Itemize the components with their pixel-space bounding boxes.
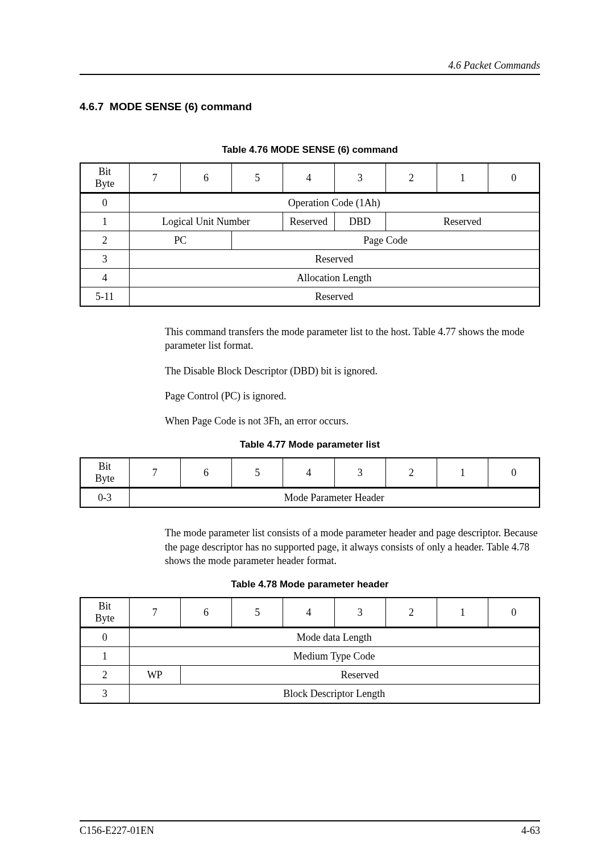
section-heading: 4.6.7 MODE SENSE (6) command [80,101,540,113]
running-header: 4.6 Packet Commands [80,60,540,72]
block-descriptor-length-cell: Block Descriptor Length [129,685,540,704]
reserved-cell: Reserved [180,666,540,685]
byte-cell: 3 [80,685,129,704]
table-row: 2 WP Reserved [80,666,540,685]
table-row: 0-3 Mode Parameter Header [80,488,540,508]
page-number: 4-63 [521,825,540,837]
table-77-caption: Table 4.77 Mode parameter list [80,439,540,450]
lun-cell: Logical Unit Number [129,212,283,231]
table-header-bitbyte: Bit Byte [80,598,129,628]
table-header-bitbyte: Bit Byte [80,163,129,193]
bit-col-4: 4 [283,163,334,193]
bit-col-6: 6 [180,163,231,193]
bit-col-1: 1 [437,598,488,628]
byte-cell: 3 [80,250,129,269]
paragraph: Page Control (PC) is ignored. [165,389,540,403]
byte-cell: 2 [80,231,129,250]
opcode-cell: Operation Code (1Ah) [129,193,540,212]
table-row: 0 Mode data Length [80,628,540,647]
medium-type-cell: Medium Type Code [129,647,540,666]
table-row: 0 Operation Code (1Ah) [80,193,540,212]
page-footer: C156-E227-01EN 4-63 [80,820,540,837]
bit-col-2: 2 [385,458,437,488]
byte-cell: 5-11 [80,287,129,307]
byte-cell: 1 [80,212,129,231]
table-76-caption: Table 4.76 MODE SENSE (6) command [80,144,540,156]
table-row: 5-11 Reserved [80,287,540,307]
table-78-caption: Table 4.78 Mode parameter header [80,579,540,590]
section-number: 4.6.7 [80,101,103,112]
bit-col-5: 5 [232,458,283,488]
bit-col-6: 6 [180,458,231,488]
byte-cell: 0-3 [80,488,129,508]
bit-col-2: 2 [385,598,437,628]
bit-col-7: 7 [129,598,180,628]
table-row: 2 PC Page Code [80,231,540,250]
bit-col-4: 4 [283,598,334,628]
table-row: 1 Logical Unit Number Reserved DBD Reser… [80,212,540,231]
page: 4.6 Packet Commands 4.6.7 MODE SENSE (6)… [0,0,614,868]
reserved-cell: Reserved [283,212,334,231]
section-title: MODE SENSE (6) command [110,101,252,112]
table-row: 3 Block Descriptor Length [80,685,540,704]
bit-col-6: 6 [180,598,231,628]
bit-col-7: 7 [129,163,180,193]
bit-col-2: 2 [385,163,437,193]
table-78: Bit Byte 7 6 5 4 3 2 1 0 0 Mode data Len… [80,597,540,704]
pagecode-cell: Page Code [232,231,540,250]
byte-cell: 1 [80,647,129,666]
byte-cell: 2 [80,666,129,685]
reserved-cell: Reserved [129,287,540,307]
reserved-cell: Reserved [385,212,540,231]
bit-col-0: 0 [488,458,540,488]
paragraph: This command transfers the mode paramete… [165,325,540,353]
bit-col-5: 5 [232,163,283,193]
doc-id: C156-E227-01EN [80,825,154,837]
table-76: Bit Byte 7 6 5 4 3 2 1 0 0 Operation Cod… [80,162,540,307]
reserved-cell: Reserved [129,250,540,269]
pc-cell: PC [129,231,232,250]
byte-cell: 0 [80,193,129,212]
allocation-length-cell: Allocation Length [129,269,540,287]
paragraph: The Disable Block Descriptor (DBD) bit i… [165,364,540,378]
paragraph: When Page Code is not 3Fh, an error occu… [165,414,540,428]
bit-col-5: 5 [232,598,283,628]
bit-col-1: 1 [437,163,488,193]
dbd-cell: DBD [334,212,385,231]
table-row: 3 Reserved [80,250,540,269]
bit-col-1: 1 [437,458,488,488]
wp-cell: WP [129,666,180,685]
bit-col-3: 3 [334,598,385,628]
bit-col-0: 0 [488,163,540,193]
table-header-bitbyte: Bit Byte [80,458,129,488]
header-rule [80,74,540,75]
mode-param-header-cell: Mode Parameter Header [129,488,540,508]
table-row: 1 Medium Type Code [80,647,540,666]
bit-col-3: 3 [334,163,385,193]
bit-col-0: 0 [488,598,540,628]
table-77: Bit Byte 7 6 5 4 3 2 1 0 0-3 Mode Parame… [80,457,540,508]
table-row: 4 Allocation Length [80,269,540,287]
byte-cell: 4 [80,269,129,287]
byte-cell: 0 [80,628,129,647]
footer-rule [80,820,540,821]
mode-data-length-cell: Mode data Length [129,628,540,647]
bit-col-3: 3 [334,458,385,488]
bit-col-4: 4 [283,458,334,488]
paragraph: The mode parameter list consists of a mo… [165,526,540,567]
bit-col-7: 7 [129,458,180,488]
